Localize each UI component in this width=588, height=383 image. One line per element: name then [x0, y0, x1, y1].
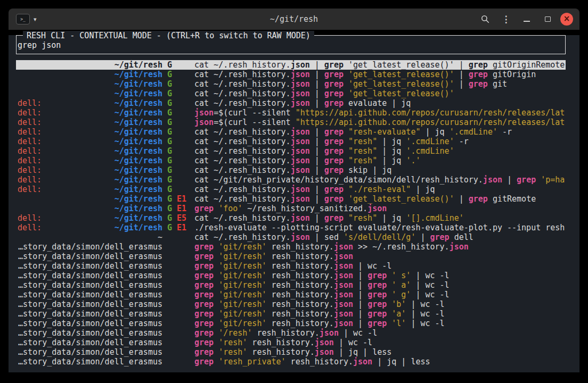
command-cell: grep '/resh' resh_history.json | wc -l [194, 328, 566, 338]
history-row[interactable]: …story_data/simon/dell_erasmusgrep 'git/… [16, 271, 566, 280]
history-row[interactable]: …story_data/simon/dell_erasmusgrep 'resh… [16, 338, 566, 347]
history-row[interactable]: …story_data/simon/dell_erasmusgrep 'resh… [16, 347, 566, 357]
minimize-icon [524, 21, 530, 22]
history-row[interactable]: dell:~/git/reshGcat ~/.resh_history.json… [16, 137, 566, 146]
flags-cell: G [167, 185, 172, 194]
flags-cell: G [167, 89, 172, 98]
command-cell: grep 'resh' resh_history.json | jq | les… [194, 347, 566, 357]
flags-cell: G [167, 108, 172, 118]
flags-cell: G [167, 165, 172, 175]
menu-button[interactable]: ⋮ [498, 11, 514, 27]
restore-icon [545, 16, 551, 22]
flags-cell: G E1 [167, 204, 186, 213]
history-row[interactable]: …story_data/simon/dell_erasmusgrep 'git/… [16, 309, 566, 319]
command-cell: cat ~/.resh_history.json | grep "resh" |… [194, 156, 566, 165]
directory-cell: …story_data/simon/dell_erasmus [18, 252, 162, 261]
command-cell: grep 'git/resh' resh_history.json | grep… [194, 271, 566, 280]
history-row[interactable]: ~/git/reshG E1cat ~/.resh_history.json |… [16, 194, 566, 204]
search-button[interactable] [477, 11, 493, 27]
flags-cell: G [167, 118, 172, 127]
history-row[interactable]: …story_data/simon/dell_erasmusgrep '/res… [16, 328, 566, 338]
command-cell: json=$(curl --silent "https://api.github… [194, 108, 566, 118]
flags-cell: G [167, 79, 172, 89]
kebab-menu-icon: ⋮ [502, 15, 511, 24]
history-row[interactable]: dell:~/git/reshGjson=$(curl --silent "ht… [16, 118, 566, 127]
command-cell: grep 'git/resh' resh_history.json >> ~/.… [194, 242, 566, 252]
history-row[interactable]: dell:~/git/reshGcat ~/.resh_history.json… [16, 185, 566, 194]
history-row[interactable]: ~/git/reshGcat ~/.resh_history.json | gr… [16, 79, 566, 89]
git-flag: G [167, 156, 172, 165]
exit-status-flag: E1 [177, 194, 186, 204]
titlebar-left-group: >_ ▾ [16, 9, 37, 30]
history-row[interactable]: dell:~/git/reshGjson=$(curl --silent "ht… [16, 108, 566, 118]
git-flag: G [167, 204, 172, 213]
directory-cell: ~/git/resh [18, 137, 162, 146]
command-cell: cat ~/git/resh_private/history_data/simo… [194, 175, 566, 185]
git-flag: G [167, 146, 172, 156]
git-flag: G [167, 98, 172, 108]
flags-cell: G [167, 70, 172, 79]
minimize-button[interactable] [519, 11, 535, 27]
history-row[interactable]: …story_data/simon/dell_erasmusgrep 'resh… [16, 357, 566, 367]
command-cell: grep 'resh' resh_history.json | wc -l [194, 338, 566, 347]
history-row[interactable]: …story_data/simon/dell_erasmusgrep 'git/… [16, 242, 566, 252]
history-row[interactable]: dell:~/git/reshGcat ~/.resh_history.json… [16, 165, 566, 175]
directory-cell: ~/git/resh [18, 223, 162, 232]
history-row[interactable]: …story_data/simon/dell_erasmusgrep 'git/… [16, 299, 566, 309]
git-flag: G [167, 213, 172, 223]
command-cell: cat ~/.resh_history.json | grep "resh" |… [194, 146, 566, 156]
command-cell: cat ~/.resh_history.json | grep 'get_lat… [194, 79, 566, 89]
directory-cell: …story_data/simon/dell_erasmus [18, 338, 162, 347]
command-cell: cat ~/.resh_history.json | grep "resh" |… [194, 137, 566, 146]
command-cell: cat ~/.resh_history.json | grep evaluate… [194, 98, 566, 108]
history-row[interactable]: dell:~/git/reshG E5cat ~/.resh_history.j… [16, 213, 566, 223]
git-flag: G [167, 70, 172, 79]
history-row[interactable]: ~/git/reshG E1grep 'foo' ~/resh_history_… [16, 204, 566, 213]
terminal-content: RESH CLI - CONTEXTUAL MODE - (CTRL+R to … [9, 35, 579, 372]
terminal-app-menu-button[interactable]: >_ ▾ [16, 14, 37, 24]
flags-cell: G [167, 175, 172, 185]
command-cell: cat ~/.resh_history.json | sed 's/dell/d… [194, 232, 566, 242]
flags-cell: G E1 [167, 223, 186, 232]
directory-cell: ~/git/resh [18, 108, 162, 118]
directory-cell: …story_data/simon/dell_erasmus [18, 271, 162, 280]
history-row[interactable]: …story_data/simon/dell_erasmusgrep 'git/… [16, 319, 566, 328]
history-row[interactable]: dell:~/git/reshGcat ~/.resh_history.json… [16, 156, 566, 165]
terminal-app-icon: >_ [16, 14, 30, 24]
history-row[interactable]: dell:~/git/reshGcat ~/.resh_history.json… [16, 127, 566, 137]
directory-cell: ~/git/resh [18, 60, 162, 70]
flags-cell: G [167, 98, 172, 108]
directory-cell: …story_data/simon/dell_erasmus [18, 328, 162, 338]
history-row[interactable]: dell:~/git/reshGcat ~/.resh_history.json… [16, 98, 566, 108]
history-row[interactable]: dell:~/git/reshGcat ~/git/resh_private/h… [16, 175, 566, 185]
flags-cell: G E1 [167, 194, 186, 204]
git-flag: G [167, 137, 172, 146]
window-title: ~/git/resh [270, 14, 318, 24]
history-row[interactable]: ~/git/reshGcat ~/.resh_history.json | gr… [16, 60, 566, 70]
history-row[interactable]: dell:~/git/reshGcat ~/.resh_history.json… [16, 146, 566, 156]
history-row[interactable]: …story_data/simon/dell_erasmusgrep 'git/… [16, 280, 566, 290]
close-button[interactable]: × [560, 13, 573, 26]
flags-cell: G [167, 60, 172, 70]
exit-status-flag: E5 [177, 213, 186, 223]
command-cell: cat ~/.resh_history.json | grep 'get_lat… [194, 70, 566, 79]
command-cell: json=$(curl --silent "https://api.github… [194, 118, 566, 127]
command-cell: ./resh-evaluate --plotting-script evalua… [194, 223, 566, 232]
history-row[interactable]: …story_data/simon/dell_erasmusgrep 'git/… [16, 290, 566, 299]
titlebar-right-group: ⋮ × [477, 9, 573, 30]
command-cell: grep 'git/resh' resh_history.json | grep… [194, 299, 566, 309]
history-row[interactable]: ~/git/reshGcat ~/.resh_history.json | gr… [16, 70, 566, 79]
history-row[interactable]: …story_data/simon/dell_erasmusgrep 'git/… [16, 252, 566, 261]
directory-cell: ~/git/resh [18, 213, 162, 223]
history-row[interactable]: ~/git/reshGcat ~/.resh_history.json | gr… [16, 89, 566, 98]
history-row[interactable]: dell:~/git/reshG E1./resh-evaluate --plo… [16, 223, 566, 232]
restore-button[interactable] [540, 11, 556, 27]
history-row[interactable]: ~cat ~/.resh_history.json | sed 's/dell/… [16, 232, 566, 242]
command-cell: cat ~/.resh_history.json | grep "resh" |… [194, 213, 566, 223]
directory-cell: …story_data/simon/dell_erasmus [18, 280, 162, 290]
exit-status-flag: E1 [177, 223, 186, 232]
flags-cell: G [167, 137, 172, 146]
history-row[interactable]: …story_data/simon/dell_erasmusgrep 'git/… [16, 261, 566, 271]
history-list: ~/git/reshGcat ~/.resh_history.json | gr… [16, 60, 566, 367]
directory-cell: ~/git/resh [18, 146, 162, 156]
